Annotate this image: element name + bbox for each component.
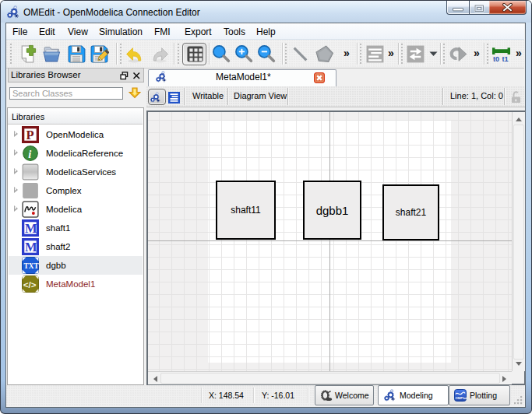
svg-text:t0: t0 [493, 55, 499, 63]
svg-text:M: M [25, 221, 37, 236]
svg-text:</>: </> [23, 280, 37, 289]
svg-text:i: i [28, 148, 31, 160]
svg-text:M: M [25, 240, 37, 254]
svg-text:OMPlot: OMPlot [456, 396, 467, 400]
svg-text:P: P [26, 128, 34, 142]
svg-text:TXT: TXT [23, 262, 39, 270]
svg-text:t1: t1 [502, 55, 508, 63]
